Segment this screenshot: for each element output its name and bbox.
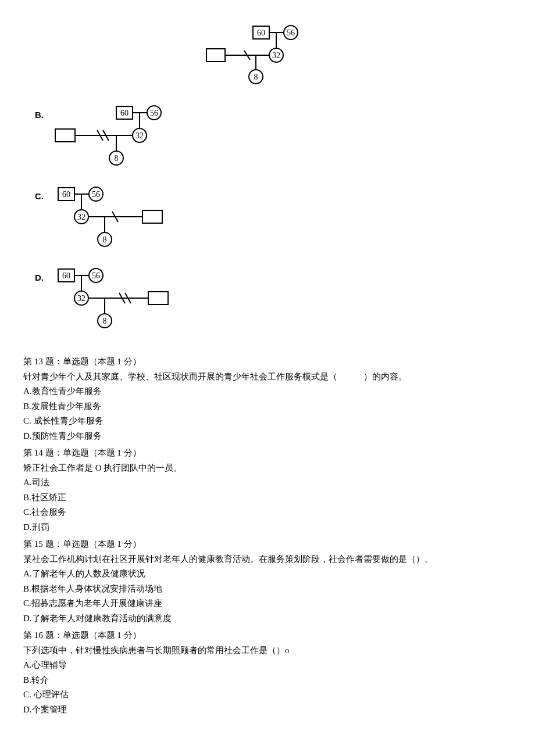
q15-body: 某社会工作机构计划在社区开展针对老年人的健康教育活动。在服务策划阶段，社会作者需… [23,552,512,567]
q14-option-a: A.司法 [23,475,512,490]
pedigree-svg-c: 60 56 32 8 [49,186,183,261]
pedigree-svg-d: 60 56 32 8 [49,267,189,343]
svg-text:56: 56 [150,109,158,117]
option-label-b: B. [35,108,44,123]
svg-text:56: 56 [92,190,100,199]
svg-rect-37 [142,210,162,223]
svg-text:8: 8 [103,235,107,244]
pedigree-diagrams: 60 56 32 8 B. 60 56 [23,23,512,343]
q15-option-b: B.根据老年人身体状况安排活动场地 [23,582,512,597]
svg-text:56: 56 [92,271,100,280]
q16-option-c: C. 心理评估 [23,687,512,703]
svg-rect-22 [55,129,75,142]
svg-text:60: 60 [257,28,265,37]
svg-text:32: 32 [135,131,144,140]
q14-body: 矫正社会工作者是 O 执行团队中的一员。 [23,461,512,476]
q16-option-a: A.心理辅导 [23,658,512,673]
svg-text:60: 60 [62,190,70,199]
q14-header: 第 14 题：单选题（本题 1 分） [23,446,512,461]
q13-header: 第 13 题：单选题（本题 1 分） [23,354,512,370]
option-label-c: C. [35,189,44,204]
q14-option-b: B.社区矫正 [23,490,512,506]
pedigree-svg-b: 60 56 32 8 [49,105,183,180]
q16-option-d: D.个案管理 [23,703,512,718]
q14-option-d: D.刑罚 [23,520,512,535]
q16-body: 下列选项中，针对慢性疾病患者与长期照顾者的常用社会工作是（）o [23,643,512,658]
svg-text:32: 32 [77,213,85,221]
svg-text:8: 8 [115,154,119,163]
pedigree-svg-a: 60 56 32 8 [198,23,314,93]
q15-option-a: A.了解老年人的人数及健康状况 [23,567,512,582]
q16-option-b: B.转介 [23,673,512,688]
svg-text:56: 56 [287,28,295,37]
q14-option-c: C.社会服务 [23,505,512,520]
svg-rect-8 [206,49,225,62]
diagram-c: C. 60 56 32 8 [35,186,512,261]
svg-text:32: 32 [77,294,85,303]
q13-option-d: D.预防性青少年服务 [23,429,512,444]
svg-text:8: 8 [103,317,107,325]
q15-header: 第 15 题：单选题（本题 1 分） [23,537,512,552]
q13-option-a: A.教育性青少年服务 [23,384,512,399]
option-label-d: D. [35,270,44,285]
q16-header: 第 16 题：单选题（本题 1 分） [23,628,512,643]
q15-option-c: C.招募志愿者为老年人开展健康讲座 [23,596,512,611]
q13-option-b: B.发展性青少年服务 [23,399,512,414]
q13-option-c: C. 成长性青少年服务 [23,414,512,429]
svg-text:8: 8 [254,73,258,81]
svg-text:32: 32 [272,51,280,60]
diagram-b: B. 60 56 32 8 [35,105,512,180]
diagram-d: D. 60 56 32 8 [35,267,512,343]
svg-text:60: 60 [120,109,129,117]
q13-body: 针对青少年个人及其家庭、学校、社区现状而开展的青少年社会工作服务模式是（ ）的内… [23,370,512,385]
q15-option-d: D.了解老年人对健康教育活动的满意度 [23,611,512,626]
svg-text:60: 60 [62,271,70,280]
svg-rect-51 [148,292,168,304]
diagram-a: 60 56 32 8 [198,23,512,93]
